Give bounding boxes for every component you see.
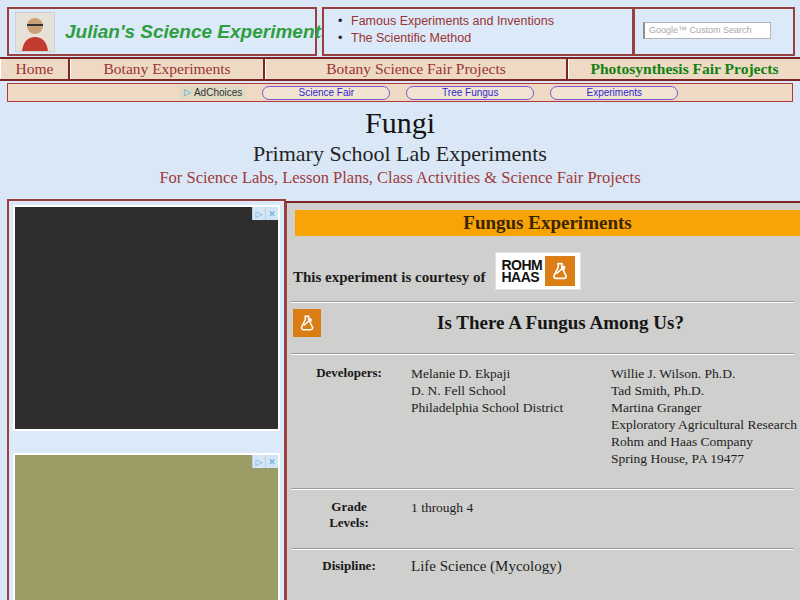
ad-placeholder-dark[interactable]: ▷ ✕ <box>13 205 280 431</box>
ad-info-icon[interactable]: ▷ <box>252 455 265 468</box>
title-block: Fungi Primary School Lab Experiments For… <box>0 106 800 189</box>
divider <box>291 488 794 490</box>
nav-item-botany-experiments[interactable]: Botany Experiments <box>70 59 265 79</box>
grade-levels-label: Grade Levels: <box>287 499 411 531</box>
developers-row: Developers: Melanie D. Ekpaji D. N. Fell… <box>287 365 800 467</box>
developer-line: Willie J. Wilson. Ph.D. <box>611 365 800 382</box>
developer-line: Martina Granger <box>611 399 800 416</box>
developer-line: Rohm and Haas Company <box>611 433 800 450</box>
grade-levels-row: Grade Levels: 1 through 4 <box>287 499 800 531</box>
developer-line: Exploratory Agricultural Research <box>611 416 800 433</box>
experiment-heading-row: Is There A Fungus Among Us? <box>293 309 800 337</box>
page-tagline: For Science Labs, Lesson Plans, Class Ac… <box>0 167 800 189</box>
rohm-haas-logo: ROHM HAAS <box>495 252 581 290</box>
ad-close-icon[interactable]: ✕ <box>265 207 278 220</box>
page-subtitle: Primary School Lab Experiments <box>0 140 800 167</box>
page: Julian's Science Experiments Famous Expe… <box>0 0 800 600</box>
link-scientific-method[interactable]: The Scientific Method <box>338 30 626 47</box>
flask-icon <box>293 309 321 337</box>
developers-col1: Melanie D. Ekpaji D. N. Fell School Phil… <box>411 365 611 467</box>
ad-pill-science-fair[interactable]: Science Fair <box>262 86 390 100</box>
developers-col2: Willie J. Wilson. Ph.D. Tad Smith, Ph.D.… <box>611 365 800 467</box>
experiment-title: Is There A Fungus Among Us? <box>321 312 800 334</box>
divider <box>291 301 794 303</box>
ad-placeholder-olive[interactable]: ▷ ✕ <box>13 453 280 600</box>
experiment-panel: Fungus Experiments This experiment is co… <box>285 201 800 600</box>
developer-line: Philadelphia School District <box>411 399 611 416</box>
divider <box>291 548 794 550</box>
developer-line: Tad Smith, Ph.D. <box>611 382 800 399</box>
courtesy-row: This experiment is courtesy of ROHM HAAS <box>293 252 581 290</box>
nav-item-home[interactable]: Home <box>0 59 70 79</box>
flask-icon <box>545 256 575 286</box>
ad-pill-tree-fungus[interactable]: Tree Fungus <box>406 86 534 100</box>
discipline-row: Disipline: Life Science (Mycology) <box>287 558 800 575</box>
courtesy-text: This experiment is courtesy of <box>293 269 485 290</box>
adchoices-button[interactable]: ▷ AdChoices <box>180 86 246 99</box>
header-links: Famous Experiments and Inventions The Sc… <box>322 7 634 56</box>
site-title: Julian's Science Experiments <box>65 21 331 43</box>
search-input[interactable] <box>643 22 771 39</box>
adchoices-label: AdChoices <box>194 87 242 98</box>
section-banner: Fungus Experiments <box>295 210 800 236</box>
developer-line: Melanie D. Ekpaji <box>411 365 611 382</box>
site-header: Julian's Science Experiments <box>7 7 317 56</box>
sidebar-ads: ▷ ✕ ▷ ✕ <box>7 199 286 600</box>
nav-item-photosynthesis-fair[interactable]: Photosynthesis Fair Projects <box>568 59 800 79</box>
developer-line: D. N. Fell School <box>411 382 611 399</box>
ad-info-icon[interactable]: ▷ <box>252 207 265 220</box>
grade-levels-value: 1 through 4 <box>411 499 611 531</box>
page-title: Fungi <box>0 106 800 140</box>
discipline-value: Life Science (Mycology) <box>411 558 611 575</box>
developer-line: Spring House, PA 19477 <box>611 450 800 467</box>
logo-text-haas: HAAS <box>501 271 542 283</box>
divider <box>291 353 794 355</box>
ad-close-icon[interactable]: ✕ <box>265 455 278 468</box>
header-search <box>633 7 795 56</box>
discipline-label: Disipline: <box>287 558 411 575</box>
link-famous-experiments[interactable]: Famous Experiments and Inventions <box>338 13 626 30</box>
avatar <box>15 12 55 52</box>
adchoices-icon: ▷ <box>184 88 191 97</box>
ad-links-bar: ▷ AdChoices Science Fair Tree Fungus Exp… <box>7 83 793 102</box>
developers-label: Developers: <box>287 365 411 467</box>
main-nav: Home Botany Experiments Botany Science F… <box>0 57 800 81</box>
ad-pill-experiments[interactable]: Experiments <box>550 86 678 100</box>
nav-item-botany-science-fair[interactable]: Botany Science Fair Projects <box>265 59 568 79</box>
